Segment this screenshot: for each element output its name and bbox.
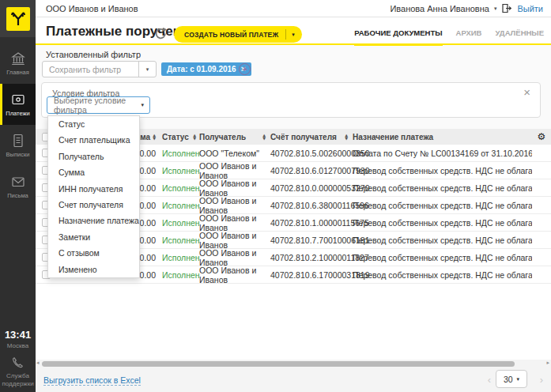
menu-item-payer-account[interactable]: Счет плательщика	[48, 132, 139, 148]
envelope-icon	[10, 175, 26, 189]
gear-icon[interactable]: ⚙	[538, 131, 546, 142]
clock-city: Москва	[0, 342, 36, 349]
payee-cell: ООО "Телеком"	[199, 149, 259, 158]
user-menu[interactable]: Иванова Анна Ивановна	[390, 4, 489, 13]
condition-options-menu: Статус Счет плательщика Получатель Сумма…	[47, 115, 140, 278]
filter-section-label: Установленный фильтр	[46, 50, 141, 59]
menu-item-purpose[interactable]: Назначение платежа	[48, 213, 139, 228]
chevron-down-icon[interactable]: ▾	[138, 62, 156, 77]
scrollbar-thumb[interactable]	[42, 361, 515, 367]
purpose-cell: Перевод собственных средств. НДС не обла…	[353, 201, 532, 210]
menu-item-payee-inn[interactable]: ИНН получателя	[48, 181, 139, 197]
refresh-icon	[153, 26, 168, 41]
chevron-down-icon[interactable]: ▾	[494, 6, 497, 12]
clock-time: 13:41	[0, 329, 36, 341]
payments-icon	[10, 92, 26, 107]
purpose-cell: Перевод собственных средств. НДС не обла…	[353, 270, 532, 280]
page-size-value: 30	[504, 375, 513, 384]
date-filter-chip[interactable]: Дата: с 01.09.2016 ×	[161, 62, 251, 76]
sidebar-item-home[interactable]: Главная	[0, 43, 36, 84]
page-prev-icon[interactable]: ‹	[488, 374, 491, 386]
menu-item-with-review[interactable]: С отзывом	[48, 245, 139, 261]
menu-item-modified[interactable]: Изменено	[48, 262, 139, 277]
document-tabs: РАБОЧИЕ ДОКУМЕНТЫ АРХИВ УДАЛЁННЫЕ	[354, 28, 544, 45]
purpose-cell: Перевод собственных средств. НДС не обла…	[353, 253, 532, 262]
status-badge: Исполнен	[162, 253, 200, 262]
menu-item-notes[interactable]: Заметки	[48, 229, 139, 245]
logo-box[interactable]	[0, 0, 36, 37]
tab-working-documents[interactable]: РАБОЧИЕ ДОКУМЕНТЫ	[354, 28, 442, 46]
raiffeisen-logo-icon	[6, 7, 30, 31]
sidebar-item-label: Платежи	[6, 110, 29, 117]
purpose-cell: Оплата по Счету № LC00134169 от 31.10.20…	[353, 149, 532, 158]
logout-link[interactable]: Выйти	[517, 4, 543, 13]
company-name: ООО Иванов и Иванов	[46, 4, 138, 13]
sort-icon[interactable]: ▲▼	[262, 134, 266, 141]
document-icon	[10, 134, 26, 148]
clock: 13:41 Москва	[0, 329, 36, 349]
menu-item-payee-account[interactable]: Счет получателя	[48, 197, 139, 213]
page-next-icon[interactable]: ›	[540, 374, 543, 386]
chevron-down-icon[interactable]: ▾	[286, 32, 302, 38]
sidebar-nav: Главная Платежи Выписки	[0, 43, 36, 207]
menu-item-payee[interactable]: Получатель	[48, 149, 139, 164]
payee-cell: ООО Иванов и Иванов	[199, 231, 270, 250]
sidebar-item-statements[interactable]: Выписки	[0, 125, 36, 166]
sidebar-item-payments[interactable]: Платежи	[0, 84, 36, 125]
export-excel-link[interactable]: Выгрузить список в Excel	[43, 375, 141, 386]
create-payment-label: СОЗДАТЬ НОВЫЙ ПЛАТЕЖ	[174, 31, 285, 39]
sort-icon[interactable]: ▲▼	[193, 134, 196, 141]
topbar: ООО Иванов и Иванов Иванова Анна Ивановн…	[36, 0, 551, 17]
sidebar-item-label: Письма	[7, 192, 28, 199]
exit-door-icon[interactable]	[501, 3, 512, 13]
status-badge: Исполнен	[162, 218, 200, 228]
purpose-cell: Перевод собственных средств. НДС не обла…	[353, 183, 532, 193]
app-window: Главная Платежи Выписки	[0, 0, 551, 392]
footer: Выгрузить список в Excel ‹ 30 ▾ ›	[36, 368, 551, 392]
add-filter-button[interactable]: +	[239, 63, 251, 75]
chevron-down-icon: ▾	[517, 376, 520, 383]
phone-icon	[11, 356, 25, 370]
purpose-cell: Перевод собственных средств. НДС не обла…	[353, 236, 532, 245]
payee-cell: ООО Иванов и Иванов	[199, 179, 270, 198]
status-badge: Исполнен	[162, 183, 200, 193]
scroll-left-icon[interactable]: ◂	[36, 360, 40, 366]
payee-cell: ООО Иванов и Иванов	[199, 196, 270, 215]
create-payment-button[interactable]: СОЗДАТЬ НОВЫЙ ПЛАТЕЖ ▾	[174, 26, 302, 43]
sidebar-item-label: Главная	[6, 69, 29, 76]
chevron-down-icon: ▾	[141, 102, 149, 108]
column-payee[interactable]: Получатель	[199, 133, 246, 141]
condition-select[interactable]: Выберите условие фильтра ▾	[47, 96, 150, 114]
page-size-select[interactable]: 30 ▾	[496, 370, 527, 388]
sidebar-item-letters[interactable]: Письма	[0, 166, 36, 207]
support-label: Служба поддержки	[2, 372, 34, 388]
scroll-right-icon[interactable]: ▸	[546, 360, 549, 366]
status-badge: Исполнен	[162, 270, 200, 280]
horizontal-scrollbar[interactable]: ◂ ▸	[36, 360, 551, 368]
menu-item-status[interactable]: Статус	[48, 116, 139, 132]
date-filter-chip-label: Дата: с 01.09.2016	[167, 65, 236, 74]
status-badge: Исполнен	[162, 201, 200, 210]
refresh-button[interactable]	[153, 26, 168, 41]
status-badge: Исполнен	[162, 236, 200, 245]
close-panel-icon[interactable]: ×	[523, 85, 530, 99]
filter-condition-panel: Условие фильтра Выберите условие фильтра…	[41, 82, 541, 118]
payee-cell: ООО Иванов и Иванов	[199, 266, 270, 285]
sort-icon[interactable]: ▲▼	[345, 134, 348, 141]
crossed-keys-icon	[9, 10, 27, 28]
bank-icon	[10, 51, 26, 66]
condition-select-placeholder: Выберите условие фильтра	[47, 96, 141, 115]
column-account[interactable]: Счёт получателя	[270, 133, 337, 141]
purpose-cell: Перевод собственных средств. НДС не обла…	[353, 166, 532, 175]
column-purpose: Назначение платежа	[353, 133, 433, 141]
column-status[interactable]: Статус	[162, 133, 189, 141]
status-badge: Исполнен	[162, 149, 200, 158]
save-filter-placeholder: Сохранить фильтр	[43, 65, 138, 74]
tab-deleted[interactable]: УДАЛЁННЫЕ	[495, 28, 544, 43]
sidebar: Главная Платежи Выписки	[0, 0, 36, 392]
support-button[interactable]: Служба поддержки	[0, 356, 36, 388]
tab-archive[interactable]: АРХИВ	[456, 28, 482, 43]
payee-cell: ООО Иванов и Иванов	[199, 161, 270, 180]
menu-item-amount[interactable]: Сумма	[48, 164, 139, 180]
save-filter-select[interactable]: Сохранить фильтр ▾	[42, 61, 157, 77]
